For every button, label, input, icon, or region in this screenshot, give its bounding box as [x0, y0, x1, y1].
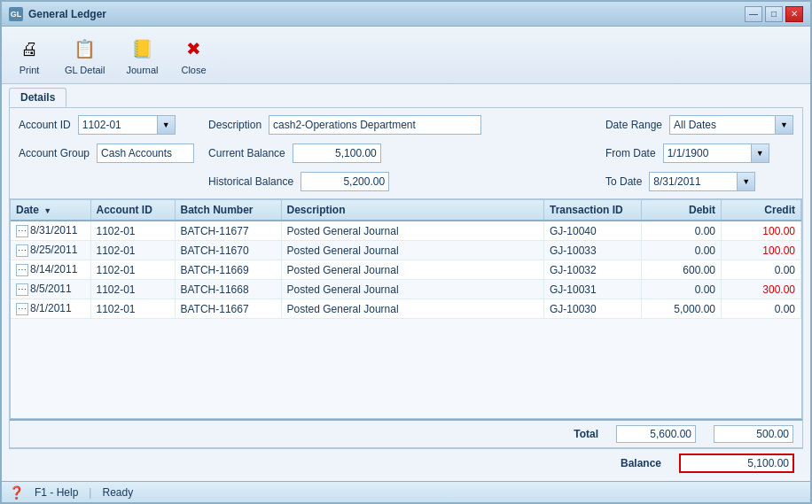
account-id-dropdown-btn[interactable]: ▼: [158, 115, 176, 135]
from-date-row: From Date ▼: [605, 143, 793, 163]
total-label: Total: [574, 428, 598, 440]
cell-debit-4: 5,000.00: [642, 299, 722, 319]
col-header-description[interactable]: Description: [281, 200, 544, 221]
cell-acctid-3: 1102-01: [90, 280, 175, 299]
to-date-field-area: ▼: [649, 172, 755, 191]
cell-transid-2: GJ-10032: [544, 260, 642, 280]
current-balance-label: Current Balance: [208, 147, 285, 159]
gl-detail-icon: 📋: [71, 35, 99, 63]
historical-balance-row: Historical Balance: [208, 172, 481, 191]
date-range-label: Date Range: [605, 119, 662, 131]
help-icon: ❓: [9, 485, 24, 500]
table-row[interactable]: ⋯8/1/2011 1102-01 BATCH-11667 Posted Gen…: [11, 299, 801, 319]
col-header-batch-number[interactable]: Batch Number: [175, 200, 281, 221]
balance-label: Balance: [621, 457, 661, 469]
title-bar: GL General Ledger — □ ✕: [2, 2, 810, 27]
tab-details[interactable]: Details: [9, 88, 66, 107]
status-bar: ❓ F1 - Help | Ready: [2, 481, 810, 502]
table-row[interactable]: ⋯8/14/2011 1102-01 BATCH-11669 Posted Ge…: [11, 260, 801, 280]
close-label: Close: [181, 65, 206, 75]
cell-batch-2: BATCH-11669: [175, 260, 281, 280]
main-window: GL General Ledger — □ ✕ 🖨 Print 📋 GL Det…: [0, 0, 812, 504]
to-date-dropdown-btn[interactable]: ▼: [738, 172, 755, 191]
col-header-account-id[interactable]: Account ID: [90, 200, 175, 221]
help-text[interactable]: F1 - Help: [35, 486, 78, 499]
date-range-input[interactable]: [669, 115, 776, 135]
window-title: General Ledger: [28, 8, 745, 20]
col-header-transaction-id[interactable]: Transaction ID: [544, 200, 642, 221]
journal-button[interactable]: 📒 Journal: [120, 31, 164, 79]
from-date-input[interactable]: [663, 143, 752, 163]
col-header-debit[interactable]: Debit: [642, 200, 722, 221]
table-row[interactable]: ⋯8/25/2011 1102-01 BATCH-11670 Posted Ge…: [11, 241, 801, 260]
totals-row: Total: [10, 419, 802, 447]
cell-debit-0: 0.00: [642, 221, 722, 241]
status-separator: |: [89, 486, 91, 499]
cell-date-2: ⋯8/14/2011: [11, 260, 90, 280]
tabs-row: Details: [2, 84, 810, 107]
table-row[interactable]: ⋯8/31/2011 1102-01 BATCH-11677 Posted Ge…: [11, 221, 801, 241]
total-debit-value: [616, 425, 696, 443]
title-controls: — □ ✕: [745, 6, 803, 22]
current-balance-row: Current Balance: [208, 143, 481, 163]
cell-debit-2: 600.00: [642, 260, 722, 280]
from-date-label: From Date: [605, 147, 656, 159]
cell-transid-1: GJ-10033: [544, 241, 642, 260]
gl-detail-button[interactable]: 📋 GL Detail: [59, 31, 111, 79]
description-input[interactable]: [269, 115, 481, 135]
table-body: ⋯8/31/2011 1102-01 BATCH-11677 Posted Ge…: [11, 221, 801, 319]
cell-credit-4: 0.00: [722, 299, 801, 319]
expand-btn-1[interactable]: ⋯: [16, 244, 28, 257]
print-button[interactable]: 🖨 Print: [9, 31, 50, 79]
col-header-date[interactable]: Date ▼: [11, 200, 90, 221]
expand-btn-2[interactable]: ⋯: [16, 264, 28, 276]
cell-credit-0: 100.00: [722, 221, 801, 241]
to-date-label: To Date: [605, 175, 642, 188]
cell-credit-2: 0.00: [722, 260, 801, 280]
cell-date-1: ⋯8/25/2011: [11, 241, 90, 260]
close-window-button[interactable]: ✕: [785, 6, 803, 22]
from-date-field-area: ▼: [663, 143, 769, 163]
cell-acctid-2: 1102-01: [90, 260, 175, 280]
to-date-input[interactable]: [649, 172, 738, 191]
close-button[interactable]: ✖ Close: [174, 31, 215, 79]
expand-btn-4[interactable]: ⋯: [16, 303, 28, 315]
account-group-input[interactable]: [97, 143, 194, 163]
grid-container[interactable]: Date ▼ Account ID Batch Number Descripti…: [10, 199, 802, 419]
total-credit-value: [714, 425, 793, 443]
cell-date-3: ⋯8/5/2011: [11, 280, 90, 299]
date-range-dropdown-btn[interactable]: ▼: [776, 115, 793, 135]
cell-acctid-4: 1102-01: [90, 299, 175, 319]
to-date-row: To Date ▼: [605, 172, 793, 191]
cell-credit-1: 100.00: [722, 241, 801, 260]
minimize-button[interactable]: —: [745, 6, 762, 22]
cell-desc-3: Posted General Journal: [281, 280, 544, 299]
form-section: Account ID ▼ Account Group Descripti: [10, 108, 802, 199]
cell-batch-4: BATCH-11667: [175, 299, 281, 319]
journal-label: Journal: [126, 65, 158, 75]
col-header-credit[interactable]: Credit: [722, 200, 801, 221]
cell-date-0: ⋯8/31/2011: [11, 221, 90, 241]
cell-desc-1: Posted General Journal: [281, 241, 544, 260]
cell-batch-1: BATCH-11670: [175, 241, 281, 260]
cell-batch-0: BATCH-11677: [175, 221, 281, 241]
expand-btn-3[interactable]: ⋯: [16, 283, 28, 296]
table-header-row: Date ▼ Account ID Batch Number Descripti…: [11, 200, 801, 221]
journal-icon: 📒: [128, 35, 156, 63]
description-row: Description: [208, 115, 481, 135]
account-id-field-area: ▼: [78, 115, 176, 135]
account-group-row: Account Group: [19, 143, 194, 163]
print-label: Print: [20, 65, 40, 75]
from-date-dropdown-btn[interactable]: ▼: [752, 143, 769, 163]
window-icon: GL: [9, 7, 23, 21]
expand-btn-0[interactable]: ⋯: [16, 225, 28, 237]
cell-desc-2: Posted General Journal: [281, 260, 544, 280]
account-id-input[interactable]: [78, 115, 158, 135]
cell-transid-3: GJ-10031: [544, 280, 642, 299]
content-area: Account ID ▼ Account Group Descripti: [9, 107, 803, 448]
historical-balance-label: Historical Balance: [208, 175, 293, 188]
maximize-button[interactable]: □: [765, 6, 783, 22]
cell-transid-0: GJ-10040: [544, 221, 642, 241]
table-row[interactable]: ⋯8/5/2011 1102-01 BATCH-11668 Posted Gen…: [11, 280, 801, 299]
cell-desc-0: Posted General Journal: [281, 221, 544, 241]
